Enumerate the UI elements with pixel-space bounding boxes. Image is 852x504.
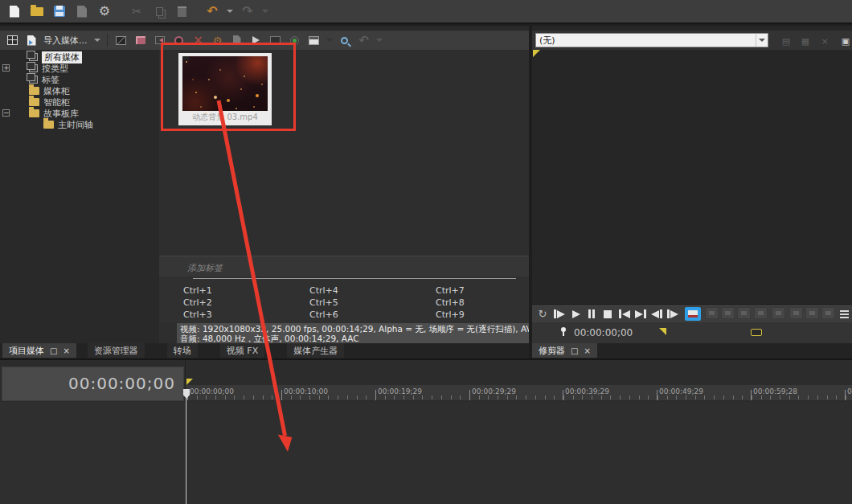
tree-item-by-type[interactable]: 按类型 (29, 63, 68, 74)
go-to-start-icon (622, 310, 630, 318)
timeline-ruler[interactable]: 00:00:00;00 00:00:10;00 00:00:19;29 00:0… (186, 385, 852, 401)
next-frame-button[interactable] (666, 307, 680, 321)
cut-button[interactable]: ✂ (127, 2, 146, 20)
shortcut: Ctrl+3 (183, 309, 212, 321)
new-bin-button[interactable] (3, 31, 21, 49)
redo-dropdown-button[interactable] (260, 2, 270, 20)
add-tag-row[interactable]: 添加标签 (159, 256, 529, 277)
ripple-icon (758, 311, 764, 315)
pause-icon (592, 309, 595, 318)
dropdown-button[interactable] (756, 34, 768, 47)
overwrite-button[interactable] (705, 307, 719, 319)
slideshow-button[interactable] (113, 31, 130, 49)
fit-to-fill-button[interactable] (737, 307, 751, 319)
extract-audio-button[interactable] (170, 31, 188, 49)
capture-video-button[interactable] (132, 31, 150, 49)
project-properties-icon (77, 6, 87, 18)
play-button[interactable] (570, 307, 583, 321)
bin-view-button[interactable]: ▦ (797, 35, 813, 47)
media-item-selected[interactable]: 动态背景 03.mp4 (178, 53, 272, 125)
media-dropdown-value: (无) (536, 35, 756, 47)
new-bin-icon (7, 35, 18, 45)
open-button[interactable] (27, 2, 47, 20)
timeline-tracks-area[interactable] (186, 402, 852, 504)
tab-project-media[interactable]: 项目媒体 □ × (2, 343, 76, 358)
tab-explorer[interactable]: 资源管理器 (88, 343, 145, 358)
tree-expander-plus[interactable]: + (2, 64, 10, 72)
views-dropdown-button[interactable] (325, 31, 334, 49)
record-button[interactable] (286, 31, 304, 49)
save-subclip-button[interactable]: ▤ (778, 35, 794, 47)
close-icon[interactable]: × (63, 346, 69, 355)
redo-button[interactable]: ↷ (238, 2, 257, 20)
project-properties-button[interactable] (72, 2, 92, 20)
pause-button[interactable] (585, 307, 598, 321)
remove-button[interactable]: × (817, 35, 833, 47)
restore-window-icon[interactable]: □ (571, 346, 578, 355)
ruler-label: 00:01:09;28 (847, 387, 852, 395)
preview-monitor-button[interactable] (267, 31, 285, 49)
marker-flag-button[interactable] (805, 307, 819, 319)
views-button[interactable] (305, 31, 323, 49)
media-properties-button[interactable]: ⚙ (209, 31, 227, 49)
tree-item-media-bins[interactable]: 媒体柜 (29, 85, 70, 96)
ripple-button[interactable] (754, 307, 768, 319)
tree-item-storyboard-bins[interactable]: 故事板库 (29, 108, 79, 119)
undo-dropdown-icon (227, 10, 233, 13)
open-folder-icon (31, 7, 43, 16)
timeline-timecode-display[interactable]: 00:00:00;00 (2, 367, 184, 401)
tree-item-main-timeline[interactable]: 主时间轴 (43, 119, 93, 130)
go-to-end-button[interactable] (633, 307, 648, 321)
restore-window-icon[interactable]: □ (50, 346, 57, 355)
import-media-icon-button[interactable] (23, 31, 40, 49)
previous-frame-icon (651, 310, 659, 318)
select-right-button[interactable] (789, 307, 803, 319)
tab-media-generators[interactable]: 媒体产生器 (287, 343, 344, 358)
fit-to-fill-icon (741, 311, 747, 315)
region-flags-button[interactable] (821, 307, 835, 319)
close-icon[interactable]: × (584, 346, 590, 355)
shortcut-column: Ctrl+7 Ctrl+8 Ctrl+9 (436, 285, 465, 321)
tree-item-all-media[interactable]: 所有媒体 (29, 51, 82, 63)
trimmer-preview-area[interactable] (532, 50, 852, 304)
remove-media-button[interactable]: × (190, 31, 207, 49)
transport-menu-button[interactable] (838, 307, 850, 321)
go-to-start-button[interactable] (617, 307, 632, 321)
import-dropdown-icon (94, 39, 100, 42)
ruler-label: 00:00:39;29 (565, 387, 609, 395)
import-dropdown-button[interactable] (92, 31, 102, 49)
paste-button[interactable] (172, 2, 191, 20)
tab-transitions[interactable]: 转场 (167, 343, 198, 358)
search-button[interactable] (336, 31, 354, 49)
play-from-start-button[interactable] (552, 307, 567, 321)
insert-button[interactable] (721, 307, 735, 319)
loop-playback-button[interactable]: ↻ (535, 307, 550, 321)
get-from-device-button[interactable] (151, 31, 169, 49)
folder-icon (43, 121, 54, 129)
media-dropdown[interactable]: (无) (535, 33, 768, 47)
panel-undo-dropdown-button[interactable] (375, 31, 384, 49)
tree-item-smart-bins[interactable]: 智能柜 (29, 96, 70, 108)
copy-icon (156, 7, 163, 16)
thumbnail-sparkles (186, 61, 187, 63)
preview-play-button[interactable] (248, 31, 265, 49)
tree-expander-minus[interactable]: − (2, 109, 10, 117)
settings-button[interactable]: ⚙ (95, 2, 114, 20)
new-project-button[interactable] (5, 2, 24, 20)
add-to-timeline-button[interactable] (685, 307, 701, 321)
undo-dropdown-button[interactable] (225, 2, 235, 20)
undo-button[interactable]: ↶ (203, 2, 222, 20)
tree-item-tags[interactable]: 标签 (29, 74, 59, 85)
dock-panel-button[interactable]: ▣ (838, 35, 852, 47)
save-button[interactable] (50, 2, 69, 20)
tab-trimmer[interactable]: 修剪器 □ × (532, 343, 597, 358)
panel-undo-button[interactable]: ↶ (355, 31, 373, 49)
stop-button[interactable] (601, 307, 614, 321)
tab-video-fx[interactable]: 视频 FX (220, 343, 264, 358)
previous-frame-button[interactable] (649, 307, 664, 321)
import-media-button[interactable]: 导入媒体... (43, 35, 88, 47)
edit-media-button[interactable] (228, 31, 246, 49)
copy-button[interactable] (150, 2, 169, 20)
select-left-button[interactable] (772, 307, 785, 319)
bin-icon (29, 64, 38, 72)
